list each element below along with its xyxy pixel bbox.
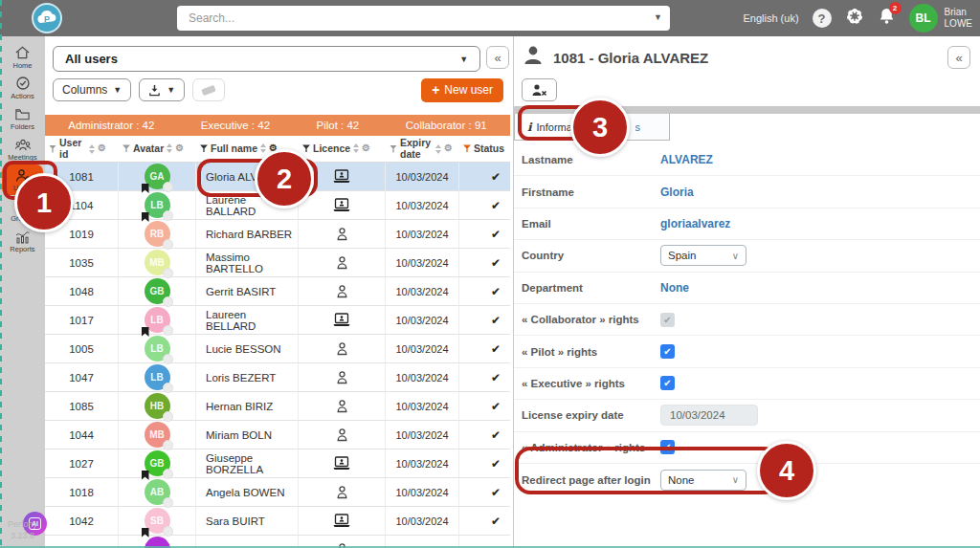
avatar[interactable]: SB bbox=[145, 508, 170, 534]
language-selector[interactable]: English (uk) bbox=[743, 12, 798, 24]
department-value[interactable]: None bbox=[660, 281, 689, 295]
sidebar-item-home[interactable]: Home bbox=[0, 42, 45, 73]
sidebar-item-groups[interactable]: Groups bbox=[0, 195, 45, 226]
table-row[interactable]: 1017 LB Laureen BELLARD 10/03/2024 ✔ bbox=[45, 306, 510, 335]
export-button[interactable]: ▼ bbox=[139, 78, 185, 101]
header-licence[interactable]: Licence ⚙ bbox=[299, 143, 386, 154]
columns-button[interactable]: Columns ▼ bbox=[53, 78, 131, 101]
avatar[interactable] bbox=[145, 537, 170, 548]
table-row[interactable]: 1019 RB Richard BARBER 10/03/2024 ✔ bbox=[45, 220, 510, 249]
table-row[interactable] bbox=[45, 536, 510, 548]
filter-icon[interactable] bbox=[200, 144, 208, 152]
header-avatar[interactable]: Avatar ⚙ bbox=[119, 143, 196, 154]
sidebar-item-users[interactable]: Users bbox=[2, 164, 43, 195]
table-row[interactable]: 1042 SB Sara BUIRT 10/03/2024 ✔ bbox=[45, 507, 510, 536]
filter-icon[interactable] bbox=[390, 145, 397, 153]
perfony-logo-icon[interactable]: P bbox=[32, 3, 62, 37]
full-name-cell[interactable]: Angela BOWEN bbox=[196, 478, 299, 506]
sidebar-item-actions[interactable]: Actions bbox=[0, 73, 45, 103]
tab-information[interactable]: i Information bbox=[514, 114, 603, 141]
table-row[interactable]: 1081 GA Gloria ALVAREZ 10/03/2024 ✔ bbox=[45, 163, 510, 191]
filter-icon[interactable] bbox=[49, 145, 56, 153]
sort-icon[interactable] bbox=[89, 144, 95, 154]
full-name-cell[interactable]: Gloria ALVAREZ bbox=[196, 163, 299, 190]
header-expiry-date[interactable]: Expiry date ⚙ bbox=[386, 138, 459, 159]
sort-icon[interactable] bbox=[167, 143, 172, 153]
avatar[interactable]: GB bbox=[145, 450, 170, 476]
table-row[interactable]: 1047 LB Loris BEZERT 10/03/2024 ✔ bbox=[45, 363, 510, 392]
view-selector-dropdown[interactable]: All users ▼ bbox=[53, 46, 480, 72]
avatar[interactable]: GA bbox=[145, 164, 170, 189]
full-name-cell[interactable]: Miriam BOLN bbox=[196, 421, 299, 449]
sort-icon[interactable] bbox=[260, 143, 266, 153]
avatar[interactable]: AB bbox=[145, 479, 170, 505]
notifications-bell-icon[interactable]: 2 bbox=[878, 7, 896, 30]
avatar[interactable]: LB bbox=[145, 336, 170, 362]
avatar[interactable]: MB bbox=[145, 422, 170, 448]
search-input[interactable] bbox=[177, 6, 670, 31]
full-name-cell[interactable]: Lucie BESSON bbox=[196, 335, 299, 362]
avatar[interactable]: GB bbox=[145, 278, 170, 304]
sidebar-item-reports[interactable]: Reports bbox=[0, 226, 45, 256]
full-name-cell[interactable]: Gerrit BASIRT bbox=[196, 277, 299, 305]
column-gear-icon[interactable]: ⚙ bbox=[362, 143, 370, 154]
full-name-cell[interactable]: Loris BEZERT bbox=[196, 363, 299, 391]
avatar[interactable]: MB bbox=[145, 250, 170, 275]
header-full-name[interactable]: Full name ⚙ bbox=[196, 143, 299, 154]
full-name-cell[interactable]: Richard BARBER bbox=[196, 220, 299, 248]
sidebar-item-folders[interactable]: Folders bbox=[0, 103, 45, 134]
pilot-checkbox[interactable]: ✔ bbox=[660, 344, 675, 359]
country-select[interactable]: Spain ∨ bbox=[660, 245, 746, 266]
sort-icon[interactable] bbox=[435, 144, 441, 154]
full-name-cell[interactable] bbox=[196, 536, 299, 548]
table-row[interactable]: 1027 GB Giuseppe BORZELLA 10/03/2024 ✔ bbox=[45, 449, 510, 478]
email-value[interactable]: gloriaalvarez bbox=[660, 217, 730, 230]
column-gear-icon[interactable]: ⚙ bbox=[444, 143, 453, 154]
table-row[interactable]: 1048 GB Gerrit BASIRT 10/03/2024 ✔ bbox=[45, 277, 510, 306]
column-gear-icon[interactable]: ⚙ bbox=[269, 143, 278, 154]
table-row[interactable]: 1104 LB Laurène BALLARD 10/03/2024 ✔ bbox=[45, 191, 510, 220]
table-row[interactable]: 1005 LB Lucie BESSON 10/03/2024 ✔ bbox=[45, 335, 510, 363]
full-name-cell[interactable]: Hernan BIRIZ bbox=[196, 392, 299, 420]
search-caret-icon[interactable]: ▼ bbox=[654, 12, 662, 22]
license-expiry-input[interactable]: 10/03/2024 bbox=[660, 405, 758, 426]
table-row[interactable]: 1044 MB Miriam BOLN 10/03/2024 ✔ bbox=[45, 421, 510, 449]
filter-icon[interactable] bbox=[122, 144, 130, 152]
new-user-button[interactable]: + New user bbox=[421, 78, 503, 102]
header-user-id[interactable]: User id ⚙ bbox=[45, 138, 119, 159]
table-row[interactable]: 1085 HB Hernan BIRIZ 10/03/2024 ✔ bbox=[45, 392, 510, 421]
clear-filters-button[interactable] bbox=[192, 78, 225, 101]
settings-gear-icon[interactable] bbox=[845, 7, 864, 30]
avatar[interactable]: HB bbox=[145, 393, 170, 419]
deactivate-user-button[interactable] bbox=[522, 78, 557, 101]
full-name-cell[interactable]: Massimo BARTELLO bbox=[196, 249, 299, 276]
full-name-cell[interactable]: Giuseppe BORZELLA bbox=[196, 449, 299, 477]
redirect-page-select[interactable]: None ∨ bbox=[660, 470, 746, 491]
executive-checkbox[interactable]: ✔ bbox=[660, 376, 675, 390]
table-row[interactable]: 1018 AB Angela BOWEN 10/03/2024 ✔ bbox=[45, 478, 510, 507]
column-gear-icon[interactable]: ⚙ bbox=[175, 143, 184, 154]
current-user[interactable]: BL Brian LOWE bbox=[909, 4, 972, 33]
full-name-cell[interactable]: Laureen BELLARD bbox=[196, 306, 299, 334]
administrator-checkbox[interactable]: ✔ bbox=[660, 440, 675, 454]
collapse-detail-button[interactable]: « bbox=[947, 46, 970, 69]
tab-secondary[interactable]: s bbox=[606, 114, 671, 141]
avatar[interactable]: LB bbox=[145, 192, 170, 218]
sidebar-item-meetings[interactable]: Meetings bbox=[0, 134, 45, 164]
full-name-cell[interactable]: Sara BUIRT bbox=[196, 507, 299, 535]
full-name-cell[interactable]: Laurène BALLARD bbox=[196, 191, 299, 219]
sort-icon[interactable] bbox=[353, 143, 359, 153]
help-icon[interactable]: ? bbox=[813, 9, 832, 28]
column-gear-icon[interactable]: ⚙ bbox=[98, 143, 106, 154]
collapse-list-button[interactable]: « bbox=[486, 46, 509, 69]
avatar[interactable]: LB bbox=[145, 307, 170, 333]
header-status[interactable]: Status bbox=[459, 143, 510, 154]
firstname-value[interactable]: Gloria bbox=[660, 186, 694, 199]
avatar[interactable]: LB bbox=[145, 364, 170, 390]
filter-icon[interactable] bbox=[302, 144, 310, 152]
lastname-value[interactable]: ALVAREZ bbox=[660, 153, 713, 166]
table-row[interactable]: 1035 MB Massimo BARTELLO 10/03/2024 ✔ bbox=[45, 249, 510, 277]
current-user-avatar[interactable]: BL bbox=[909, 4, 938, 33]
filter-icon-active[interactable] bbox=[463, 144, 471, 152]
avatar[interactable]: RB bbox=[145, 221, 170, 247]
